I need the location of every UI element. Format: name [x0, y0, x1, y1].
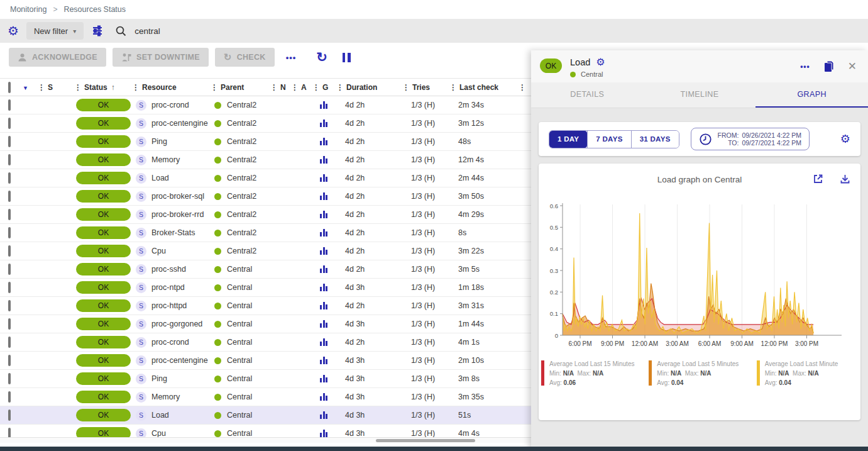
search-input[interactable]	[135, 26, 398, 36]
row-checkbox[interactable]	[8, 337, 11, 348]
parent-name[interactable]: Central	[227, 301, 252, 310]
table-row[interactable]: OKSproc-sshdCentral4d 2h1/3 (H)3m 5s	[0, 260, 531, 279]
row-checkbox[interactable]	[8, 136, 11, 147]
mini-graph-icon[interactable]	[320, 284, 336, 291]
new-filter-dropdown[interactable]: New filter ▾	[26, 22, 84, 40]
time-range-7-days[interactable]: 7 DAYS	[587, 131, 630, 148]
row-checkbox[interactable]	[8, 227, 11, 238]
resource-name[interactable]: proc-crond	[151, 101, 189, 109]
resource-name[interactable]: Cpu	[151, 247, 166, 255]
table-row[interactable]: OKSCpuCentral24d 2h1/3 (H)3m 22s	[0, 242, 531, 260]
column-header-resource[interactable]: Resource	[142, 83, 177, 92]
row-checkbox[interactable]	[8, 191, 11, 202]
mini-graph-icon[interactable]	[320, 156, 336, 164]
row-checkbox[interactable]	[8, 118, 11, 129]
parent-name[interactable]: Central2	[227, 247, 256, 255]
mini-graph-icon[interactable]	[320, 229, 336, 237]
parent-name[interactable]: Central2	[227, 174, 256, 182]
parent-name[interactable]: Central	[227, 374, 252, 383]
close-panel-button[interactable]: ✕	[848, 60, 857, 73]
tab-details[interactable]: DETAILS	[531, 82, 644, 108]
parent-name[interactable]: Central2	[227, 192, 256, 201]
resource-name[interactable]: Broker-Stats	[151, 228, 195, 237]
table-row[interactable]: OKSproc-httpdCentral4d 2h1/3 (H)3m 31s	[0, 297, 531, 315]
table-row[interactable]: OKSproc-centengineCentral24d 2h1/3 (H)3m…	[0, 114, 531, 133]
column-header-tries[interactable]: Tries	[412, 83, 430, 92]
table-row[interactable]: OKSproc-broker-sqlCentral24d 2h1/3 (H)3m…	[0, 187, 531, 206]
row-checkbox[interactable]	[8, 282, 11, 293]
time-range-1-day[interactable]: 1 DAY	[549, 131, 587, 148]
tab-graph[interactable]: GRAPH	[755, 82, 868, 108]
mini-graph-icon[interactable]	[320, 375, 336, 382]
row-checkbox[interactable]	[8, 355, 11, 366]
column-header-a[interactable]: A	[301, 83, 307, 92]
parent-name[interactable]: Central2	[227, 137, 256, 146]
refresh-button[interactable]: ↻	[316, 50, 327, 65]
mini-graph-icon[interactable]	[320, 247, 336, 255]
parent-name[interactable]: Central2	[227, 228, 256, 237]
mini-graph-icon[interactable]	[320, 320, 336, 328]
mini-graph-icon[interactable]	[320, 265, 336, 273]
legend-item[interactable]: Average Load Last 15 MinutesMin: N/A Max…	[541, 359, 642, 387]
resource-name[interactable]: proc-centengine	[151, 119, 208, 128]
row-checkbox[interactable]	[8, 300, 11, 311]
row-checkbox[interactable]	[8, 373, 11, 384]
resource-name[interactable]: Cpu	[151, 429, 166, 438]
mini-graph-icon[interactable]	[320, 357, 336, 364]
parent-name[interactable]: Central	[227, 356, 252, 365]
row-checkbox[interactable]	[8, 264, 11, 275]
breadcrumb-monitoring[interactable]: Monitoring	[10, 5, 47, 14]
acknowledge-button[interactable]: ACKNOWLEDGE	[9, 48, 106, 67]
column-header-status[interactable]: Status	[84, 83, 107, 92]
filter-tune-icon[interactable]	[91, 25, 104, 37]
parent-name[interactable]: Central	[227, 265, 252, 274]
table-row[interactable]: OKSLoadCentral24d 2h1/3 (H)2m 44s	[0, 169, 531, 187]
mini-graph-icon[interactable]	[320, 302, 336, 309]
parent-name[interactable]: Central2	[227, 119, 256, 128]
breadcrumb-resources-status[interactable]: Resources Status	[63, 5, 126, 14]
column-header-n[interactable]: N	[280, 83, 286, 92]
resource-name[interactable]: Load	[151, 411, 169, 420]
filter-settings-gear-icon[interactable]: ⚙	[8, 25, 19, 37]
parent-name[interactable]: Central	[227, 320, 252, 328]
table-row[interactable]: OKSproc-gorgonedCentral4d 3h1/3 (H)1m 44…	[0, 315, 531, 333]
mini-graph-icon[interactable]	[320, 138, 336, 145]
parent-name[interactable]: Central	[227, 429, 252, 438]
resource-name[interactable]: proc-gorgoned	[151, 320, 202, 328]
parent-name[interactable]: Central	[227, 411, 252, 420]
parent-name[interactable]: Central2	[227, 101, 256, 109]
legend-item[interactable]: Average Load Last 5 MinutesMin: N/A Max:…	[649, 359, 750, 387]
resource-name[interactable]: proc-httpd	[151, 301, 187, 310]
mini-graph-icon[interactable]	[320, 174, 336, 182]
graph-settings-gear-icon[interactable]: ⚙	[840, 133, 850, 145]
table-row[interactable]: OKSproc-broker-rrdCentral24d 2h1/3 (H)4m…	[0, 206, 531, 224]
mini-graph-icon[interactable]	[320, 120, 336, 127]
tab-timeline[interactable]: TIMELINE	[644, 82, 756, 108]
table-row[interactable]: OKSLoadCentral4d 3h1/3 (H)51s	[0, 406, 531, 425]
row-checkbox[interactable]	[8, 99, 11, 111]
copy-link-icon[interactable]	[823, 60, 835, 73]
open-in-new-icon[interactable]	[813, 174, 823, 184]
row-checkbox[interactable]	[8, 172, 11, 184]
horizontal-scrollbar[interactable]	[0, 437, 531, 443]
scrollbar-thumb[interactable]	[376, 439, 475, 442]
parent-name[interactable]: Central2	[227, 155, 256, 164]
parent-name[interactable]: Central2	[227, 210, 256, 219]
row-checkbox[interactable]	[8, 154, 11, 165]
pause-autorefresh-button[interactable]	[343, 53, 351, 62]
mini-graph-icon[interactable]	[320, 393, 336, 401]
custom-time-period-button[interactable]: FROM: 09/26/2021 4:22 PM TO: 09/27/2021 …	[691, 128, 810, 150]
row-checkbox[interactable]	[8, 245, 11, 257]
resource-name[interactable]: proc-broker-sql	[151, 192, 204, 201]
table-row[interactable]: OKSBroker-StatsCentral24d 2h1/3 (H)8s	[0, 224, 531, 242]
mini-graph-icon[interactable]	[320, 411, 336, 419]
resource-name[interactable]: proc-sshd	[151, 265, 186, 274]
resource-name[interactable]: Memory	[151, 393, 180, 401]
row-checkbox[interactable]	[8, 391, 11, 403]
column-header-s[interactable]: S	[48, 83, 53, 92]
column-header-parent[interactable]: Parent	[221, 83, 244, 92]
check-button[interactable]: ↻ CHECK	[215, 48, 275, 67]
table-row[interactable]: OKSproc-centengineCentral4d 3h1/3 (H)2m …	[0, 352, 531, 370]
row-checkbox[interactable]	[8, 409, 11, 421]
mini-graph-icon[interactable]	[320, 101, 336, 109]
